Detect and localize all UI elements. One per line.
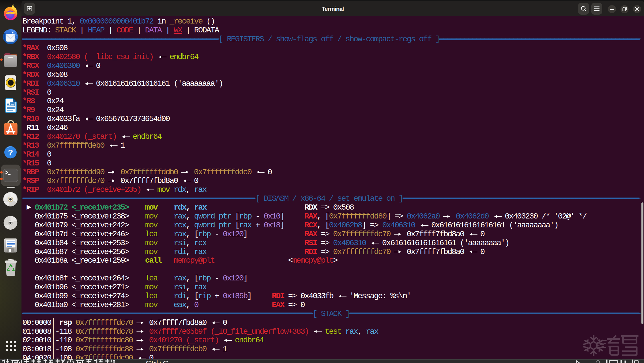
svg-text:?: ? [8, 148, 13, 157]
svg-text:Ctrl+C: Ctrl+C [146, 359, 168, 363]
